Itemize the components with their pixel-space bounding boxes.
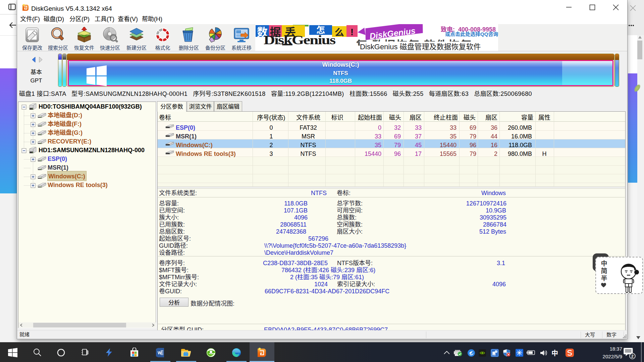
svg-text:2: 2 [631, 354, 634, 359]
svg-text:intel: intel [492, 354, 496, 356]
